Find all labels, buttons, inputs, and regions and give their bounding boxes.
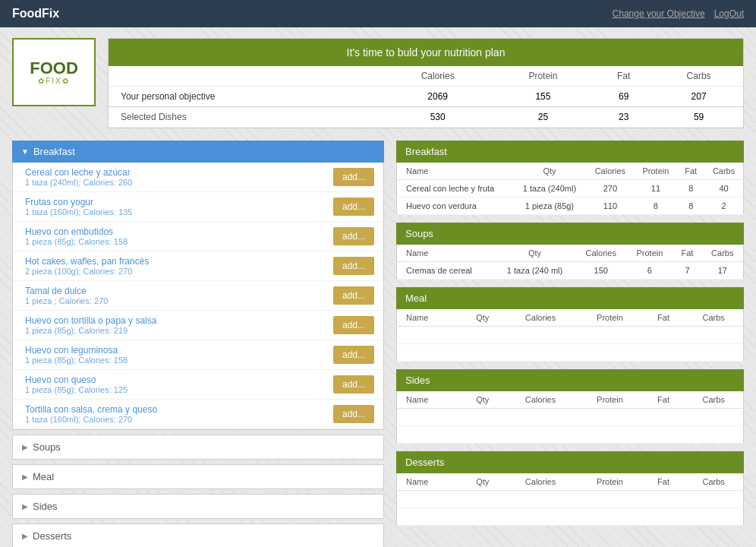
- col-carbs: Carbs: [704, 163, 743, 180]
- add-button[interactable]: add...: [333, 227, 374, 245]
- right-section-sides: SidesNameQtyCaloriesProteinFatCarbs: [396, 369, 744, 444]
- food-item-details: 1 pieza ; Calories: 270: [25, 296, 108, 305]
- logout-link[interactable]: LogOut: [714, 8, 744, 19]
- food-item-name: Cereal con leche y azúcar: [25, 167, 132, 178]
- right-section-header-soups: Soups: [396, 223, 744, 245]
- collapsed-sections: ▶ Soups ▶ Meal ▶ Sides ▶ Desserts: [12, 435, 384, 547]
- add-button[interactable]: add...: [333, 286, 374, 305]
- table-row: Huevo con verdura1 pieza (85g)110882: [397, 198, 744, 215]
- cell-calories: 150: [575, 262, 626, 280]
- breakfast-section-header[interactable]: ▼ Breakfast: [12, 141, 384, 163]
- collapsed-label: Sides: [33, 501, 58, 512]
- collapsed-label: Desserts: [33, 530, 71, 542]
- col-calories: Calories: [586, 163, 634, 180]
- right-section-soups: SoupsNameQtyCaloriesProteinFatCarbsCrema…: [396, 223, 744, 280]
- food-item: Huevo con tortilla o papa y salsa 1 piez…: [13, 311, 383, 340]
- cell-name: Cremas de cereal: [397, 262, 495, 280]
- cell-carbs: 17: [702, 262, 744, 280]
- col-carbs: Carbs: [654, 66, 743, 87]
- breakfast-items-container: Cereal con leche y azúcar 1 taza (240ml)…: [12, 163, 384, 430]
- cell-carbs: 40: [704, 180, 743, 198]
- add-button[interactable]: add...: [333, 257, 374, 275]
- selected-dishes-row: Selected Dishes 530 25 23 59: [109, 107, 743, 128]
- col-fat: Fat: [673, 245, 701, 262]
- add-button[interactable]: add...: [333, 405, 374, 423]
- food-item-name: Tamal de dulce: [25, 286, 108, 296]
- selected-calories: 530: [383, 107, 493, 128]
- change-objective-link[interactable]: Change your Objective: [613, 8, 705, 19]
- objective-carbs: 207: [654, 87, 743, 107]
- col-label-empty: [109, 66, 383, 87]
- cell-protein: 6: [626, 262, 673, 280]
- food-item-info: Huevo con embutidos 1 pieza (85g); Calor…: [25, 226, 128, 246]
- col-name: Name: [397, 473, 461, 491]
- breakfast-label: Breakfast: [33, 146, 75, 157]
- right-panel: BreakfastNameQtyCaloriesProteinFatCarbsC…: [396, 141, 744, 547]
- food-item-info: Cereal con leche y azúcar 1 taza (240ml)…: [25, 167, 132, 187]
- add-button[interactable]: add...: [333, 198, 374, 216]
- food-item-info: Tortilla con salsa, crema y queso 1 taza…: [25, 404, 157, 424]
- logo: FOOD ✿FIX✿: [30, 60, 78, 85]
- right-section-header-sides: Sides: [396, 369, 744, 391]
- cell-fat: 7: [673, 262, 701, 280]
- app-brand: FoodFix: [12, 7, 59, 21]
- food-item: Huevo con leguminosa 1 pieza (85g); Calo…: [13, 340, 383, 370]
- col-fat: Fat: [643, 473, 684, 491]
- selected-dishes-label: Selected Dishes: [109, 107, 383, 128]
- food-item-name: Huevo con tortilla o papa y salsa: [25, 315, 156, 326]
- col-qty: Qty: [494, 245, 575, 262]
- logo-box: FOOD ✿FIX✿: [12, 38, 96, 106]
- food-item-name: Huevo con embutidos: [25, 226, 128, 237]
- collapsed-section-meal[interactable]: ▶ Meal: [12, 464, 384, 489]
- food-item: Tortilla con salsa, crema y queso 1 taza…: [13, 400, 383, 429]
- col-calories: Calories: [383, 66, 493, 87]
- food-item-details: 1 taza (160ml); Calories: 270: [25, 415, 157, 424]
- header-links: Change your Objective LogOut: [613, 8, 744, 19]
- add-button[interactable]: add...: [333, 346, 374, 364]
- col-fat: Fat: [593, 66, 654, 87]
- col-carbs: Carbs: [702, 245, 744, 262]
- top-section: FOOD ✿FIX✿ It's time to buld your nutrit…: [12, 38, 744, 128]
- col-calories: Calories: [504, 391, 577, 409]
- empty-row: [397, 426, 744, 444]
- cell-qty: 1 taza (240 ml): [494, 262, 575, 280]
- right-section-header-desserts: Desserts: [396, 451, 744, 473]
- food-item: Huevo con queso 1 pieza (85g); Calories:…: [13, 370, 383, 400]
- food-item-name: Hot cakes, wafles, pan francés: [25, 256, 149, 267]
- food-item: Huevo con embutidos 1 pieza (85g); Calor…: [13, 222, 383, 251]
- col-carbs: Carbs: [684, 473, 743, 491]
- collapsed-section-soups[interactable]: ▶ Soups: [12, 435, 384, 460]
- cell-qty: 1 pieza (85g): [513, 198, 587, 215]
- food-item: Frutas con yogur 1 taza (160ml); Calorie…: [13, 192, 383, 222]
- breakfast-arrow: ▼: [21, 147, 29, 156]
- collapsed-section-sides[interactable]: ▶ Sides: [12, 494, 384, 519]
- objective-fat: 69: [593, 87, 654, 107]
- food-item: Hot cakes, wafles, pan francés 2 pieza (…: [13, 251, 383, 281]
- cell-protein: 8: [634, 198, 677, 215]
- collapsed-arrow: ▶: [22, 532, 28, 540]
- right-table-sides: NameQtyCaloriesProteinFatCarbs: [396, 391, 744, 444]
- add-button[interactable]: add...: [333, 168, 374, 186]
- food-item-details: 2 pieza (100g); Calories: 270: [25, 267, 149, 276]
- objective-row: Your personal objective 2069 155 69 207: [109, 87, 743, 107]
- food-item-name: Tortilla con salsa, crema y queso: [25, 404, 157, 415]
- empty-row: [397, 491, 744, 508]
- col-name: Name: [397, 391, 461, 409]
- col-protein: Protein: [493, 66, 593, 87]
- add-button[interactable]: add...: [333, 375, 374, 394]
- col-calories: Calories: [504, 309, 577, 327]
- add-button[interactable]: add...: [333, 316, 374, 334]
- selected-fat: 23: [593, 107, 654, 128]
- collapsed-section-desserts[interactable]: ▶ Desserts: [12, 523, 384, 547]
- collapsed-arrow: ▶: [22, 502, 28, 511]
- right-section-header-meal: Meal: [396, 287, 744, 309]
- food-item: Cereal con leche y azúcar 1 taza (240ml)…: [13, 163, 383, 192]
- food-item-details: 1 pieza (85g); Calories: 125: [25, 385, 128, 394]
- food-item-info: Hot cakes, wafles, pan francés 2 pieza (…: [25, 256, 149, 276]
- col-name: Name: [397, 309, 461, 327]
- right-section-desserts: DessertsNameQtyCaloriesProteinFatCarbs: [396, 451, 744, 526]
- collapsed-arrow: ▶: [22, 473, 28, 481]
- selected-carbs: 59: [654, 107, 743, 128]
- table-row: Cereal con leche y fruta1 taza (240ml)27…: [397, 180, 744, 198]
- objective-calories: 2069: [383, 87, 493, 107]
